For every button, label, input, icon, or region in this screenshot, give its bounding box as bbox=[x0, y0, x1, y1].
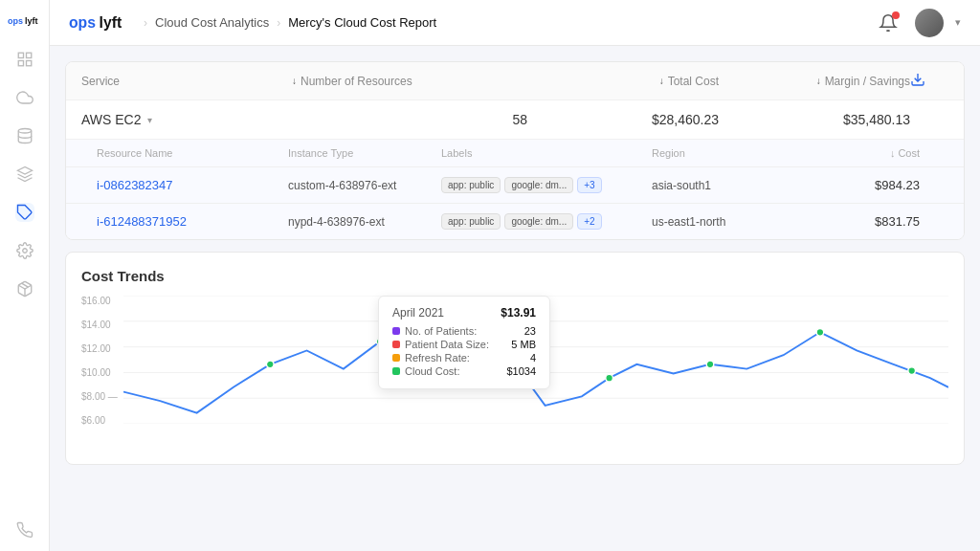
svg-text:ops: ops bbox=[8, 16, 23, 26]
tooltip-total: $13.91 bbox=[501, 306, 536, 320]
svg-marker-7 bbox=[17, 167, 32, 175]
y-label-6: $6.00 bbox=[81, 415, 118, 426]
main-area: ops lyft › Cloud Cost Analytics › Mercy'… bbox=[50, 0, 980, 551]
sort-cost-icon: ↓ bbox=[659, 76, 664, 86]
sidebar-item-cloud[interactable] bbox=[15, 88, 34, 107]
breadcrumb-report[interactable]: Mercy's Cloud Cost Report bbox=[288, 15, 436, 30]
sidebar-item-tag[interactable] bbox=[15, 203, 34, 222]
aws-ec2-row: AWS EC2 ▾ 58 $28,460.23 $35,480.13 bbox=[66, 100, 964, 140]
cost-trends-section: Cost Trends $16.00 $14.00 $12.00 $10.00 … bbox=[65, 252, 965, 465]
resource-row-2: i-612488371952 nypd-4-638976-ext app: pu… bbox=[66, 204, 964, 239]
tooltip-dot-datasize bbox=[392, 341, 400, 348]
svg-point-24 bbox=[706, 361, 714, 368]
avatar[interactable] bbox=[915, 9, 944, 37]
notification-button[interactable] bbox=[873, 8, 903, 38]
instance-type-1: custom-4-638976-ext bbox=[288, 179, 441, 192]
cost-2: $831.75 bbox=[805, 214, 920, 229]
resource-id-2[interactable]: i-612488371952 bbox=[97, 214, 288, 229]
sub-th-resource-name: Resource Name bbox=[97, 147, 288, 159]
y-label-1: $16.00 bbox=[81, 296, 118, 306]
label-tag-2a[interactable]: app: public bbox=[441, 213, 501, 230]
svg-point-26 bbox=[908, 367, 916, 375]
logo[interactable]: ops lyft bbox=[8, 11, 42, 31]
breadcrumb-sep-2: › bbox=[277, 16, 280, 30]
y-label-5: $8.00 — bbox=[81, 391, 118, 402]
tooltip-val-refresh: 4 bbox=[530, 352, 536, 364]
table-header: Service ↓ Number of Resources ↓ Total Co… bbox=[66, 62, 964, 100]
service-dropdown-icon[interactable]: ▾ bbox=[147, 115, 152, 125]
cost-table-card: Service ↓ Number of Resources ↓ Total Co… bbox=[65, 61, 965, 240]
svg-point-25 bbox=[816, 328, 824, 336]
sort-sub-cost-icon: ↓ bbox=[890, 147, 896, 159]
label-more-2[interactable]: +2 bbox=[577, 213, 601, 230]
tooltip-label-patients: No. of Patients: bbox=[392, 325, 477, 337]
th-total-cost[interactable]: ↓ Total Cost bbox=[527, 75, 719, 88]
service-margin: $35,480.13 bbox=[719, 112, 910, 127]
y-label-3: $12.00 bbox=[81, 343, 118, 354]
tooltip-dot-patients bbox=[392, 327, 400, 335]
svg-text:lyft: lyft bbox=[100, 14, 122, 31]
chart-title: Cost Trends bbox=[81, 268, 948, 284]
tooltip-label-cloudcost: Cloud Cost: bbox=[392, 365, 459, 377]
svg-line-10 bbox=[21, 283, 28, 287]
tooltip-row-datasize: Patient Data Size: 5 MB bbox=[392, 339, 536, 350]
chart-area: $16.00 $14.00 $12.00 $10.00 $8.00 — $6.0… bbox=[81, 296, 948, 449]
sort-resources-icon: ↓ bbox=[292, 76, 297, 86]
label-more-1[interactable]: +3 bbox=[577, 177, 601, 193]
sidebar-item-phone[interactable] bbox=[15, 520, 34, 540]
instance-type-2: nypd-4-638976-ext bbox=[288, 215, 441, 229]
sidebar-item-grid[interactable] bbox=[15, 50, 34, 69]
tooltip-row-patients: No. of Patients: 23 bbox=[392, 325, 536, 337]
svg-point-9 bbox=[22, 249, 27, 253]
sub-th-cost[interactable]: ↓ Cost bbox=[805, 147, 920, 159]
sub-th-instance-type: Instance Type bbox=[288, 147, 441, 159]
tooltip-val-datasize: 5 MB bbox=[511, 339, 536, 350]
sub-table-header: Resource Name Instance Type Labels Regio… bbox=[66, 140, 964, 167]
resource-row-1: i-0862382347 custom-4-638976-ext app: pu… bbox=[66, 167, 964, 204]
tooltip-dot-cloudcost bbox=[392, 367, 400, 375]
th-service: Service bbox=[81, 75, 292, 88]
tooltip-header: April 2021 $13.91 bbox=[392, 306, 536, 320]
sidebar-item-settings[interactable] bbox=[15, 241, 34, 260]
label-tag-1a[interactable]: app: public bbox=[441, 177, 501, 193]
topnav-right: ▾ bbox=[873, 8, 961, 38]
topnav: ops lyft › Cloud Cost Analytics › Mercy'… bbox=[50, 0, 980, 46]
sidebar-item-database[interactable] bbox=[15, 126, 34, 145]
sub-table: Resource Name Instance Type Labels Regio… bbox=[66, 140, 964, 239]
cost-1: $984.23 bbox=[805, 178, 920, 192]
svg-text:ops: ops bbox=[69, 14, 96, 31]
region-1: asia-south1 bbox=[652, 179, 805, 192]
labels-cell-1: app: public google: dm... +3 bbox=[441, 177, 652, 193]
tooltip-label-datasize: Patient Data Size: bbox=[392, 339, 489, 350]
y-label-2: $14.00 bbox=[81, 320, 118, 330]
label-tag-2b[interactable]: google: dm... bbox=[504, 213, 573, 230]
svg-rect-2 bbox=[18, 53, 23, 57]
download-icon[interactable] bbox=[910, 72, 925, 90]
tooltip-val-cloudcost: $1034 bbox=[506, 365, 536, 377]
notification-badge bbox=[892, 11, 900, 19]
breadcrumb-sep-1: › bbox=[144, 16, 147, 30]
content-area: Service ↓ Number of Resources ↓ Total Co… bbox=[50, 46, 980, 551]
svg-point-23 bbox=[606, 374, 613, 382]
svg-rect-5 bbox=[26, 61, 31, 66]
breadcrumb-cloud-cost[interactable]: Cloud Cost Analytics bbox=[155, 15, 269, 30]
service-num-resources: 58 bbox=[292, 112, 527, 127]
sidebar: ops lyft bbox=[0, 0, 50, 551]
th-margin[interactable]: ↓ Margin / Savings bbox=[719, 75, 910, 88]
tooltip-row-cloudcost: Cloud Cost: $1034 bbox=[392, 365, 536, 377]
label-tag-1b[interactable]: google: dm... bbox=[504, 177, 573, 193]
tooltip-dot-refresh bbox=[392, 354, 400, 362]
labels-cell-2: app: public google: dm... +2 bbox=[441, 213, 652, 230]
svg-rect-3 bbox=[26, 53, 31, 57]
svg-rect-4 bbox=[18, 61, 23, 66]
th-download[interactable] bbox=[910, 72, 948, 90]
avatar-chevron-icon[interactable]: ▾ bbox=[955, 16, 961, 29]
sub-th-labels: Labels bbox=[441, 147, 652, 159]
sidebar-item-layers[interactable] bbox=[15, 165, 34, 184]
resource-id-1[interactable]: i-0862382347 bbox=[97, 178, 288, 192]
th-resources[interactable]: ↓ Number of Resources bbox=[292, 75, 527, 88]
sort-margin-icon: ↓ bbox=[816, 76, 821, 86]
service-name[interactable]: AWS EC2 ▾ bbox=[81, 112, 292, 127]
sidebar-item-package[interactable] bbox=[15, 279, 34, 298]
brand-logo[interactable]: ops lyft bbox=[69, 12, 136, 33]
